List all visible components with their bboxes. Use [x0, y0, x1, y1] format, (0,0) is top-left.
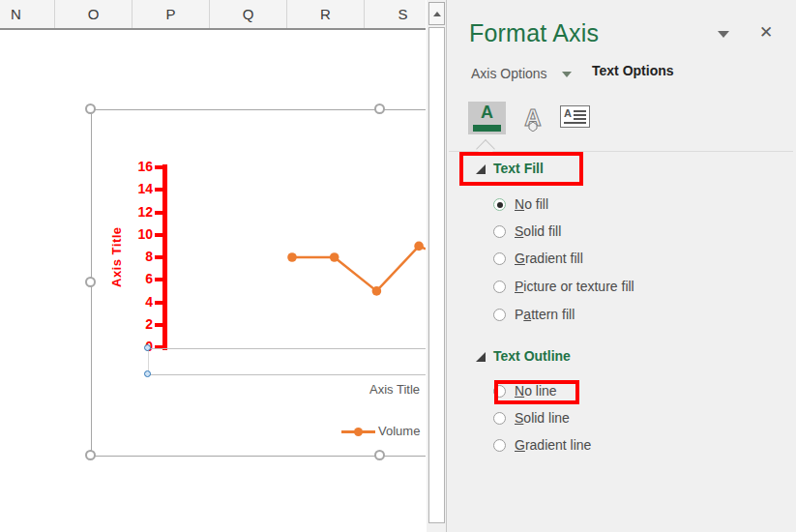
excel-window: NOPQRS 1614121086420 Axis Title Axis Tit… [0, 0, 796, 532]
scrollbar-thumb[interactable] [428, 27, 445, 523]
textbox-icon-line [574, 110, 586, 112]
option-row-solid-line[interactable]: Solid line [447, 409, 689, 429]
tab-axis-options[interactable]: Axis Options [471, 66, 547, 81]
category-axis-selection-bottom [148, 374, 426, 375]
collapse-triangle-icon [476, 352, 486, 362]
radio-button[interactable] [493, 412, 506, 425]
chart-resize-handle-bottomleft[interactable] [85, 450, 96, 460]
value-axis-tick-mark [155, 211, 162, 215]
annotation-box-text-fill [459, 152, 583, 186]
legend-marker-dot [354, 428, 363, 436]
text-fill-icon-underline [473, 125, 501, 132]
volume-line-series [0, 0, 426, 532]
value-axis-tick-label: 2 [114, 316, 153, 332]
option-row-gradient-fill[interactable]: Gradient fill [447, 250, 689, 269]
column-header-O[interactable]: O [55, 0, 133, 28]
option-row-solid-fill[interactable]: Solid fill [447, 222, 689, 242]
category-axis-title[interactable]: Axis Title [369, 382, 420, 397]
value-axis-tick-mark [155, 165, 162, 169]
annotation-box-no-line [494, 380, 579, 404]
column-header-R[interactable]: R [287, 0, 365, 28]
column-header-Q[interactable]: Q [210, 0, 287, 28]
option-label[interactable]: Gradient line [515, 437, 591, 453]
scroll-up-arrow-icon [433, 12, 441, 16]
text-effects-icon[interactable]: A [518, 103, 547, 132]
value-axis-tick-mark [155, 188, 162, 192]
textbox-layout-icon[interactable]: A [560, 105, 590, 128]
chart-resize-handle-topleft[interactable] [85, 103, 96, 114]
radio-button[interactable] [493, 252, 506, 265]
value-axis-tick-mark [155, 278, 162, 281]
option-label[interactable]: No fill [515, 196, 548, 212]
data-point-marker [372, 286, 382, 296]
data-point-marker [414, 242, 424, 251]
column-header-P[interactable]: P [133, 0, 210, 28]
textbox-icon-letter: A [564, 107, 572, 119]
value-axis-tick-mark [155, 323, 162, 327]
text-effects-outline-a: A [518, 103, 547, 132]
textbox-icon-line [574, 114, 586, 116]
data-point-marker [287, 252, 297, 262]
value-axis-tick-mark [155, 233, 162, 237]
textbox-icon-line [564, 122, 586, 124]
option-row-no-fill[interactable]: No fill [447, 195, 689, 215]
option-label[interactable]: Picture or texture fill [515, 279, 634, 294]
value-axis-tick-mark [155, 255, 162, 259]
axis-selection-handle-bottom[interactable] [144, 370, 151, 377]
value-axis-line[interactable] [162, 164, 167, 350]
data-point-marker [330, 252, 339, 262]
value-axis-tick-label: 16 [114, 159, 153, 174]
pane-options-chevron-icon[interactable] [718, 31, 729, 38]
option-label[interactable]: Solid line [515, 410, 570, 426]
format-axis-pane: Format Axis ✕ Axis Options Text Options … [447, 0, 796, 532]
value-axis-tick-label: 14 [114, 181, 153, 196]
value-axis-tick-mark [155, 301, 162, 305]
pane-title: Format Axis [469, 19, 599, 47]
section-heading-label: Text Outline [493, 348, 571, 364]
radio-button-selected[interactable] [493, 198, 506, 211]
text-fill-outline-icon[interactable]: A [468, 102, 506, 134]
vertical-scrollbar[interactable] [427, 0, 447, 532]
axis-options-dropdown-icon[interactable] [562, 72, 572, 77]
radio-button[interactable] [493, 225, 506, 238]
option-row-pattern-fill[interactable]: Pattern fill [447, 306, 689, 325]
axis-selection-handle-top[interactable] [144, 344, 151, 351]
value-axis-title[interactable]: Axis Title [109, 213, 138, 302]
option-row-gradient-line[interactable]: Gradient line [447, 436, 689, 456]
spreadsheet-area[interactable]: NOPQRS 1614121086420 Axis Title Axis Tit… [0, 0, 426, 532]
radio-button[interactable] [493, 439, 506, 452]
text-fill-icon-letter: A [468, 103, 506, 123]
chart-resize-handle-bottommid[interactable] [374, 450, 385, 460]
option-label[interactable]: Gradient fill [515, 251, 583, 266]
option-label[interactable]: Solid fill [515, 223, 561, 239]
pane-close-icon[interactable]: ✕ [759, 23, 773, 43]
chart-resize-handle-midleft[interactable] [85, 277, 96, 287]
column-header-N[interactable]: N [0, 0, 55, 28]
radio-button[interactable] [493, 281, 506, 293]
column-header-S[interactable]: S [365, 0, 426, 28]
textbox-icon-line [574, 118, 586, 120]
legend-series-label: Volume [378, 424, 420, 438]
radio-button[interactable] [493, 309, 506, 321]
chart-resize-handle-topmid[interactable] [374, 103, 385, 114]
column-header-row: NOPQRS [0, 0, 426, 30]
option-row-picture-or-texture-fill[interactable]: Picture or texture fill [447, 278, 689, 297]
tab-text-options[interactable]: Text Options [592, 63, 674, 78]
category-axis-line[interactable] [148, 348, 426, 349]
scroll-up-button[interactable] [428, 2, 445, 25]
option-label[interactable]: Pattern fill [515, 307, 575, 322]
